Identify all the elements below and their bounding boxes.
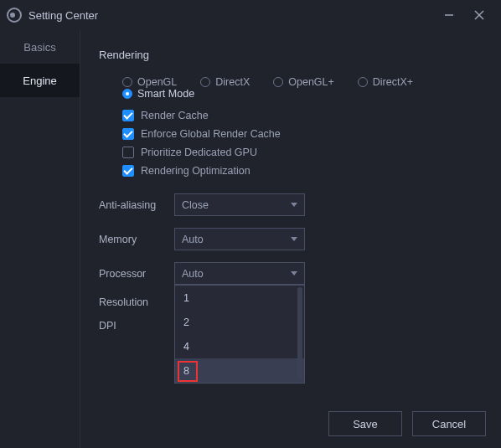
checkbox-icon [122,128,134,140]
field-label: Memory [99,234,174,245]
chevron-down-icon [291,271,297,275]
renderer-option-directx[interactable]: DirectX [200,76,250,88]
option-label: 2 [183,317,189,328]
option-label: 4 [183,341,189,353]
chevron-down-icon [291,237,297,241]
select-value: Auto [182,234,204,245]
minimize-button[interactable] [434,0,464,30]
anti-aliasing-select[interactable]: Close [174,193,305,216]
processor-option[interactable]: 1 [175,286,304,310]
processor-option[interactable]: 2 [175,310,304,334]
radio-label: DirectX [215,76,250,88]
checkbox-label: Render Cache [141,110,209,121]
save-button[interactable]: Save [328,411,402,436]
window-title: Setting Center [28,9,98,22]
option-label: 8 [183,365,189,377]
radio-icon [200,77,210,87]
sidebar-tab-basics[interactable]: Basics [0,30,80,64]
checkbox-icon [122,165,134,177]
processor-option[interactable]: 8 [175,358,304,383]
renderer-option-directx-plus[interactable]: DirectX+ [358,76,413,88]
row-processor: Processor Auto 1 2 4 8 [99,262,483,285]
cancel-button[interactable]: Cancel [412,411,486,436]
radio-icon [273,77,283,87]
select-value: Auto [182,268,204,280]
footer-buttons: Save Cancel [328,411,486,436]
field-label: Resolution [99,296,174,308]
chevron-down-icon [291,203,297,207]
renderer-option-opengl-plus[interactable]: OpenGL+ [273,76,334,88]
row-memory: Memory Auto [99,228,483,250]
check-rendering-optimization[interactable]: Rendering Optimization [122,165,483,177]
field-label: Processor [99,268,174,280]
main-panel: Rendering OpenGL DirectX OpenGL+ DirectX… [80,30,501,448]
section-title: Rendering [99,49,483,61]
checkbox-icon [122,110,134,121]
processor-dropdown: 1 2 4 8 [174,285,305,384]
field-label: DPI [99,320,174,332]
sidebar-tab-label: Engine [23,75,56,87]
sidebar: Basics Engine [0,30,80,448]
renderer-option-smart-mode[interactable]: Smart Mode [122,88,194,100]
sidebar-tab-engine[interactable]: Engine [0,64,80,97]
row-anti-aliasing: Anti-aliasing Close [99,193,483,216]
renderer-radio-group: OpenGL DirectX OpenGL+ DirectX+ Smart Mo… [122,76,483,100]
check-render-cache[interactable]: Render Cache [122,110,483,121]
renderer-option-opengl[interactable]: OpenGL [122,76,177,88]
radio-label: Smart Mode [137,88,194,100]
checkbox-label: Prioritize Dedicated GPU [141,147,257,158]
field-label: Anti-aliasing [99,199,174,211]
sidebar-tab-label: Basics [23,41,55,54]
option-label: 1 [183,292,189,304]
check-enforce-global-render-cache[interactable]: Enforce Global Render Cache [122,128,483,140]
radio-label: OpenGL+ [288,76,334,88]
select-value: Close [182,199,209,211]
radio-label: OpenGL [137,76,177,88]
radio-icon [122,77,132,87]
checkbox-icon [122,147,134,158]
title-bar: Setting Center [0,0,501,30]
memory-select[interactable]: Auto [174,228,305,250]
radio-icon [358,77,368,87]
checkbox-label: Enforce Global Render Cache [141,128,281,140]
close-button[interactable] [464,0,494,30]
check-prioritize-dedicated-gpu[interactable]: Prioritize Dedicated GPU [122,147,483,158]
app-icon [7,8,22,23]
button-label: Cancel [432,418,466,430]
checkbox-label: Rendering Optimization [141,165,250,177]
processor-option[interactable]: 4 [175,334,304,358]
processor-select[interactable]: Auto [174,262,305,285]
radio-label: DirectX+ [373,76,413,88]
render-check-group: Render Cache Enforce Global Render Cache… [122,110,483,177]
scrollbar[interactable] [297,287,302,378]
button-label: Save [353,418,378,430]
radio-icon [122,89,132,99]
